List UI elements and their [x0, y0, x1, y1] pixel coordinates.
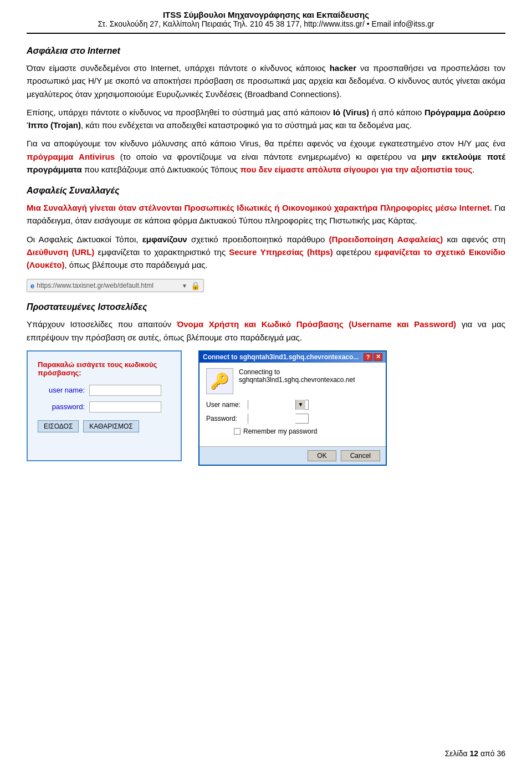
footer-text-before: Σελίδα	[445, 749, 470, 758]
user-label: user name:	[38, 386, 85, 394]
dialog-user-input-field[interactable]	[248, 400, 295, 410]
dialog-remember-row: Remember my password	[234, 427, 379, 435]
trojan-keyword: Πρόγραμμα Δούρειο Ίππο (Trojan)	[27, 108, 505, 130]
footer-text-mid: από	[478, 749, 497, 758]
dialog-pass-label: Password:	[206, 415, 248, 422]
dialog-user-label: User name:	[206, 401, 248, 409]
dialog-ok-button[interactable]: OK	[308, 450, 336, 461]
section1-para3: Για να αποφύγουμε τον κίνδυνο μόλυνσης α…	[27, 137, 505, 176]
browser-dropdown-arrow: ▼	[182, 283, 187, 289]
user-field-row: user name:	[38, 385, 171, 396]
dialog-titlebar: Connect to sghqntah3lnd1.sghq.chevrontex…	[200, 352, 386, 363]
section1-title: Ασφάλεια στο Internet	[27, 46, 505, 56]
dialog-connecting-text: Connecting to sghqntah3lnd1.sghq.chevron…	[239, 368, 379, 384]
login-examples-row: Παρακαλώ εισάγετε τους κωδικούς πρόσβαση…	[27, 350, 505, 466]
footer-total-pages: 36	[497, 749, 505, 758]
browser-url-text: https://www.taxisnet.gr/web/default.html	[37, 282, 182, 289]
dialog-footer: OK Cancel	[200, 446, 386, 465]
dialog-pass-row: Password:	[206, 414, 379, 424]
dialog-user-row: User name: ▼	[206, 400, 379, 410]
pass-field-row: password:	[38, 401, 171, 412]
header-company-name: Σύμβουλοι Μηχανογράφησης και Εκπαίδευσης	[181, 10, 369, 19]
dialog-key-icon: 🔑	[206, 368, 233, 394]
clear-button[interactable]: ΚΑΘΑΡΙΣΜΟΣ	[83, 420, 139, 432]
hacker-keyword: hacker	[330, 63, 356, 73]
dialog-remember-label: Remember my password	[243, 427, 317, 435]
greek-login-form: Παρακαλώ εισάγετε τους κωδικούς πρόσβαση…	[27, 350, 182, 461]
windows-login-dialog: Connect to sghqntah3lnd1.sghq.chevrontex…	[198, 350, 387, 466]
user-input[interactable]	[89, 385, 161, 396]
header-line1: ITSS Σύμβουλοι Μηχανογράφησης και Εκπαίδ…	[27, 10, 505, 19]
dialog-user-input[interactable]: ▼	[248, 400, 309, 410]
proeidopoiisi-keyword: (Προειδοποίηση Ασφαλείας)	[329, 235, 443, 244]
pass-input[interactable]	[89, 401, 161, 412]
dialog-pass-input[interactable]	[248, 414, 309, 424]
section1-para2: Επίσης, υπάρχει πάντοτε ο κίνδυνος να πρ…	[27, 106, 505, 132]
https-keyword: Secure Υπηρεσίας (https)	[229, 247, 332, 257]
safe-transaction-def: Μια Συναλλαγή γίνεται όταν στέλνονται Πρ…	[27, 203, 492, 212]
browser-address-bar: e https://www.taxisnet.gr/web/default.ht…	[27, 279, 204, 292]
section3-title: Προστατευμένες Ιστοσελίδες	[27, 302, 505, 312]
pass-label: password:	[38, 403, 85, 411]
page-footer: Σελίδα 12 από 36	[445, 749, 505, 758]
page-header: ITSS Σύμβουλοι Μηχανογράφησης και Εκπαίδ…	[27, 10, 505, 34]
section2-para1: Μια Συναλλαγή γίνεται όταν στέλνονται Πρ…	[27, 201, 505, 227]
login-button[interactable]: ΕΙΣΟΔΟΣ	[38, 420, 79, 432]
emfanizoun-keyword: εμφανίζουν	[142, 235, 187, 244]
dialog-question-btn[interactable]: ?	[364, 353, 372, 361]
unsafe-sites-keyword: που δεν είμαστε απόλυτα σίγουροι για την…	[240, 165, 472, 174]
section2-title: Ασφαλείς Συναλλαγές	[27, 186, 505, 196]
dialog-pass-input-field[interactable]	[248, 414, 295, 424]
header-line2: Στ. Σκουλούδη 27, Καλλίπολη Πειραιάς Τηλ…	[27, 19, 505, 28]
antivirus-keyword: πρόγραμμα Antivirus	[27, 152, 115, 161]
browser-e-icon: e	[30, 282, 34, 290]
dialog-cancel-button[interactable]: Cancel	[341, 450, 380, 461]
dialog-remember-checkbox[interactable]	[234, 428, 241, 435]
section3-para1: Υπάρχουν Ιστοσελίδες που απαιτούν Όνομα …	[27, 318, 505, 344]
dialog-close-btn[interactable]: ✕	[374, 353, 382, 361]
page-wrapper: ITSS Σύμβουλοι Μηχανογράφησης και Εκπαίδ…	[0, 0, 532, 769]
section2-para2: Οι Ασφαλείς Δικτυακοί Τόποι, εμφανίζουν …	[27, 233, 505, 272]
virus-keyword: Ιό (Virus)	[333, 108, 369, 117]
url-keyword: Διεύθυνση (URL)	[27, 247, 94, 257]
greek-form-title: Παρακαλώ εισάγετε τους κωδικούς πρόσβαση…	[38, 360, 171, 377]
itss-brand: ITSS	[163, 10, 181, 19]
browser-lock-icon: 🔒	[191, 281, 200, 290]
footer-page-number: 12	[470, 749, 479, 758]
section1-para1: Όταν είμαστε συνδεδεμένοι στο Internet, …	[27, 62, 505, 100]
username-password-keyword: Όνομα Χρήστη και Κωδικό Πρόσβασης (Usern…	[177, 319, 456, 329]
dialog-user-dropdown[interactable]: ▼	[295, 400, 305, 410]
dialog-body: 🔑 Connecting to sghqntah3lnd1.sghq.chevr…	[200, 363, 386, 446]
greek-form-buttons: ΕΙΣΟΔΟΣ ΚΑΘΑΡΙΣΜΟΣ	[38, 420, 171, 432]
dialog-title-text: Connect to sghqntah3lnd1.sghq.chevrontex…	[203, 353, 359, 361]
